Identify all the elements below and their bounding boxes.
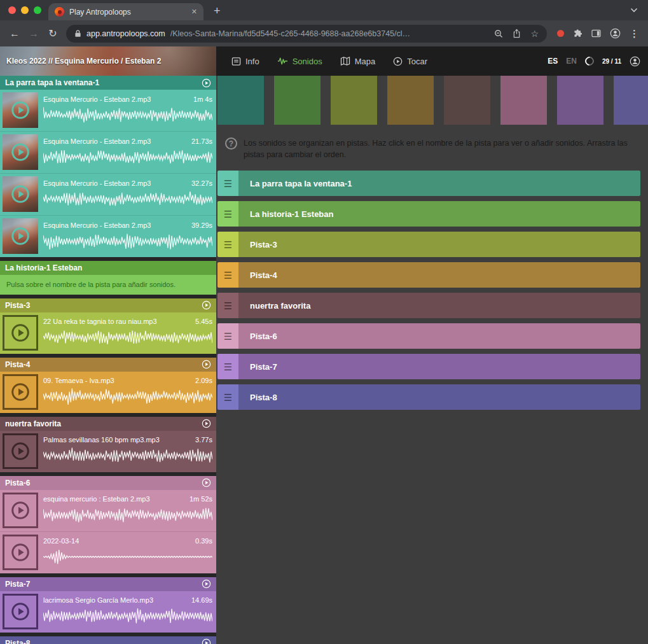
clip-play-button[interactable] <box>3 374 38 410</box>
audio-clip[interactable]: Palmas sevillanas 160 bpm mp3.mp33.77s <box>0 431 216 472</box>
recording-extension-icon[interactable] <box>557 30 564 37</box>
audio-clip[interactable]: 22 Ua reka te tagnia to rau niau.mp35.45… <box>0 312 216 354</box>
reload-button[interactable]: ↻ <box>43 27 62 39</box>
maximize-window-button[interactable] <box>34 6 41 14</box>
track-swatch-2[interactable] <box>274 76 321 125</box>
language-es-button[interactable]: ES <box>548 57 558 66</box>
clip-thumbnail-photo[interactable] <box>3 176 38 212</box>
track-play-button[interactable] <box>202 579 211 589</box>
track-header[interactable]: La historia-1 Esteban <box>0 261 216 275</box>
track-header[interactable]: Pista-3 <box>0 298 216 312</box>
audio-clip[interactable]: lacrimosa Sergio García Merlo.mp314.69s <box>0 591 216 633</box>
track-play-button[interactable] <box>202 478 211 487</box>
extensions-puzzle-icon[interactable] <box>573 29 583 38</box>
browser-tab[interactable]: Play Antropoloops ✕ <box>48 3 203 20</box>
track-swatch-1[interactable] <box>217 76 264 125</box>
track-row-1[interactable]: ☰La parra tapa la ventana-1 <box>217 171 640 196</box>
minimize-window-button[interactable] <box>21 6 29 14</box>
track-play-button[interactable] <box>202 419 211 428</box>
clip-play-button[interactable] <box>3 315 38 351</box>
track-row-7[interactable]: ☰Pista-7 <box>217 354 640 379</box>
profile-avatar-icon[interactable] <box>610 28 621 39</box>
track-swatch-4[interactable] <box>387 76 434 125</box>
track-name: nuertra favorita <box>5 419 198 428</box>
clip-thumbnail-photo[interactable] <box>3 92 38 128</box>
clip-thumbnail-photo[interactable] <box>3 134 38 170</box>
language-en-button[interactable]: EN <box>566 57 577 66</box>
drag-handle[interactable]: ☰ <box>217 384 238 410</box>
track-swatch-3[interactable] <box>331 76 377 125</box>
track-header[interactable]: nuertra favorita <box>0 417 216 431</box>
drag-handle[interactable]: ☰ <box>217 171 238 196</box>
track-clips: 09. Temaeva - Iva.mp32.09s <box>0 372 216 413</box>
nav-tab-info[interactable]: Info <box>231 57 259 66</box>
track-row-bar[interactable]: Pista-4 <box>238 262 640 288</box>
audio-clip[interactable]: 09. Temaeva - Iva.mp32.09s <box>0 372 216 413</box>
nav-tab-tocar[interactable]: Tocar <box>393 57 427 66</box>
track-row-bar[interactable]: La parra tapa la ventana-1 <box>238 171 640 196</box>
drag-handle[interactable]: ☰ <box>217 293 238 318</box>
help-question-icon: ? <box>225 137 237 150</box>
track-swatch-5[interactable] <box>444 76 490 125</box>
zoom-icon[interactable] <box>494 29 503 38</box>
track-row-6[interactable]: ☰Pista-6 <box>217 323 640 349</box>
back-button[interactable]: ← <box>5 28 24 39</box>
track-row-bar[interactable]: La historia-1 Esteban <box>238 201 640 227</box>
nav-tab-sonidos[interactable]: Sonidos <box>277 57 322 66</box>
track-swatch-8[interactable] <box>614 76 648 125</box>
track-header[interactable]: Pista-6 <box>0 476 216 490</box>
audio-clip[interactable]: 2022-03-140.39s <box>0 531 216 573</box>
track-swatch-7[interactable] <box>557 76 603 125</box>
track-play-button[interactable] <box>202 300 211 310</box>
track-play-button[interactable] <box>202 360 211 369</box>
forward-button[interactable]: → <box>24 28 43 39</box>
app-header: Kleos 2022 // Esquina Mercurio / Esteban… <box>0 46 648 76</box>
track-row-2[interactable]: ☰La historia-1 Esteban <box>217 201 640 227</box>
audio-clip[interactable]: esquina mercurio : Esteban 2.mp31m 52s <box>0 490 216 531</box>
track-play-button[interactable] <box>202 638 211 644</box>
browser-menu-icon[interactable]: ⋮ <box>630 28 639 39</box>
clip-thumbnail-photo[interactable] <box>3 218 38 254</box>
track-row-bar[interactable]: Pista-6 <box>238 323 640 349</box>
drag-handle[interactable]: ☰ <box>217 232 238 257</box>
track-row-3[interactable]: ☰Pista-3 <box>217 232 640 257</box>
account-icon[interactable] <box>630 56 640 67</box>
audio-clip[interactable]: Esquina Mercurio - Esteban 2.mp31m 4s <box>0 90 216 131</box>
side-panel-icon[interactable] <box>591 29 601 38</box>
tab-search-chevron-icon[interactable] <box>630 8 638 13</box>
nav-tab-mapa[interactable]: Mapa <box>340 57 376 66</box>
drag-handle[interactable]: ☰ <box>217 262 238 288</box>
track-swatch-6[interactable] <box>500 76 547 125</box>
address-bar[interactable]: app.antropoloops.com /Kleos-Santa-Marina… <box>66 25 547 43</box>
track-header[interactable]: Pista-7 <box>0 577 216 591</box>
audio-clip[interactable]: Esquina Mercurio - Esteban 2.mp339.29s <box>0 215 216 257</box>
tab-close-icon[interactable]: ✕ <box>191 8 197 16</box>
track-header[interactable]: Pista-4 <box>0 358 216 372</box>
track-header[interactable]: Pista-8 <box>0 636 216 644</box>
track-row-bar[interactable]: Pista-7 <box>238 354 640 379</box>
close-window-button[interactable] <box>8 6 16 14</box>
drag-handle[interactable]: ☰ <box>217 201 238 227</box>
track-row-bar[interactable]: nuertra favorita <box>238 293 640 318</box>
clip-play-button[interactable] <box>3 493 38 528</box>
track-header[interactable]: La parra tapa la ventana-1 <box>0 76 216 90</box>
clip-play-button[interactable] <box>3 594 38 629</box>
track-play-button[interactable] <box>202 78 211 88</box>
clip-play-button[interactable] <box>3 433 38 469</box>
audio-clip[interactable]: Esquina Mercurio - Esteban 2.mp321.73s <box>0 131 216 173</box>
track-row-4[interactable]: ☰Pista-4 <box>217 262 640 288</box>
track-row-5[interactable]: ☰nuertra favorita <box>217 293 640 318</box>
drag-handle[interactable]: ☰ <box>217 354 238 379</box>
new-tab-button[interactable]: + <box>214 5 221 17</box>
share-icon[interactable] <box>513 29 521 38</box>
bookmark-star-icon[interactable]: ☆ <box>530 29 539 38</box>
loading-spinner-icon <box>583 55 596 67</box>
audio-clip[interactable]: Esquina Mercurio - Esteban 2.mp332.27s <box>0 173 216 215</box>
track-row-bar[interactable]: Pista-8 <box>238 384 640 410</box>
project-title-banner[interactable]: Kleos 2022 // Esquina Mercurio / Esteban… <box>0 46 216 76</box>
track-row-bar[interactable]: Pista-3 <box>238 232 640 257</box>
track-row-8[interactable]: ☰Pista-8 <box>217 384 640 410</box>
track-name: Pista-3 <box>5 301 198 310</box>
drag-handle[interactable]: ☰ <box>217 323 238 349</box>
clip-play-button[interactable] <box>3 535 38 570</box>
